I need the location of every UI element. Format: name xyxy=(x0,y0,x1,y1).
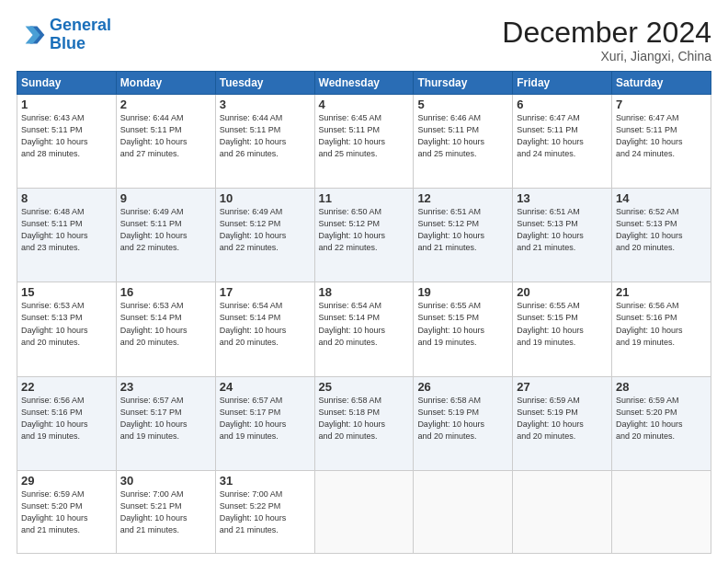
day-info: Sunrise: 6:57 AM Sunset: 5:17 PM Dayligh… xyxy=(120,395,211,442)
calendar-week-row: 1Sunrise: 6:43 AM Sunset: 5:11 PM Daylig… xyxy=(17,95,711,189)
day-number: 11 xyxy=(319,191,410,205)
day-number: 7 xyxy=(616,98,707,111)
day-info: Sunrise: 6:48 AM Sunset: 5:11 PM Dayligh… xyxy=(21,206,112,254)
day-info: Sunrise: 6:56 AM Sunset: 5:16 PM Dayligh… xyxy=(616,300,707,348)
calendar-cell xyxy=(414,470,513,553)
day-number: 22 xyxy=(21,380,112,394)
calendar-cell xyxy=(314,470,414,553)
day-number: 16 xyxy=(120,285,211,299)
day-number: 18 xyxy=(319,285,410,299)
logo-line1: General xyxy=(50,16,111,34)
calendar-cell: 27Sunrise: 6:59 AM Sunset: 5:19 PM Dayli… xyxy=(513,376,612,470)
calendar-cell: 26Sunrise: 6:58 AM Sunset: 5:19 PM Dayli… xyxy=(414,376,513,470)
calendar-cell: 11Sunrise: 6:50 AM Sunset: 5:12 PM Dayli… xyxy=(314,189,414,282)
day-number: 19 xyxy=(417,285,508,299)
calendar-cell: 31Sunrise: 7:00 AM Sunset: 5:22 PM Dayli… xyxy=(215,470,314,553)
day-header-thursday: Thursday xyxy=(414,72,513,95)
day-info: Sunrise: 6:47 AM Sunset: 5:11 PM Dayligh… xyxy=(616,112,707,160)
calendar-cell: 13Sunrise: 6:51 AM Sunset: 5:13 PM Dayli… xyxy=(513,189,612,282)
day-info: Sunrise: 6:44 AM Sunset: 5:11 PM Dayligh… xyxy=(120,112,211,160)
calendar-cell: 25Sunrise: 6:58 AM Sunset: 5:18 PM Dayli… xyxy=(314,376,414,470)
day-info: Sunrise: 6:59 AM Sunset: 5:20 PM Dayligh… xyxy=(21,488,112,536)
day-number: 24 xyxy=(220,380,311,394)
day-info: Sunrise: 6:45 AM Sunset: 5:11 PM Dayligh… xyxy=(319,112,410,160)
day-info: Sunrise: 6:54 AM Sunset: 5:14 PM Dayligh… xyxy=(319,300,410,348)
day-info: Sunrise: 6:51 AM Sunset: 5:12 PM Dayligh… xyxy=(417,206,508,254)
calendar-cell: 29Sunrise: 6:59 AM Sunset: 5:20 PM Dayli… xyxy=(17,470,117,553)
day-header-wednesday: Wednesday xyxy=(314,72,414,95)
day-info: Sunrise: 6:49 AM Sunset: 5:12 PM Dayligh… xyxy=(220,206,311,254)
calendar-cell: 3Sunrise: 6:44 AM Sunset: 5:11 PM Daylig… xyxy=(215,95,314,189)
calendar-cell: 8Sunrise: 6:48 AM Sunset: 5:11 PM Daylig… xyxy=(17,189,117,282)
logo-icon xyxy=(17,20,46,50)
calendar-week-row: 29Sunrise: 6:59 AM Sunset: 5:20 PM Dayli… xyxy=(17,470,711,553)
day-number: 26 xyxy=(417,380,508,394)
day-number: 3 xyxy=(220,98,311,111)
logo-line2: Blue xyxy=(50,34,85,52)
day-info: Sunrise: 7:00 AM Sunset: 5:21 PM Dayligh… xyxy=(120,488,211,536)
day-number: 15 xyxy=(21,285,112,299)
calendar-cell: 21Sunrise: 6:56 AM Sunset: 5:16 PM Dayli… xyxy=(612,282,711,376)
calendar-week-row: 15Sunrise: 6:53 AM Sunset: 5:13 PM Dayli… xyxy=(17,282,711,376)
calendar-cell: 28Sunrise: 6:59 AM Sunset: 5:20 PM Dayli… xyxy=(612,376,711,470)
calendar-cell: 7Sunrise: 6:47 AM Sunset: 5:11 PM Daylig… xyxy=(612,95,711,189)
location: Xuri, Jiangxi, China xyxy=(502,49,711,63)
page: General Blue December 2024 Xuri, Jiangxi… xyxy=(0,0,728,563)
day-number: 10 xyxy=(220,191,311,205)
calendar-cell: 20Sunrise: 6:55 AM Sunset: 5:15 PM Dayli… xyxy=(513,282,612,376)
calendar-cell: 15Sunrise: 6:53 AM Sunset: 5:13 PM Dayli… xyxy=(17,282,117,376)
day-info: Sunrise: 6:54 AM Sunset: 5:14 PM Dayligh… xyxy=(220,300,311,348)
day-info: Sunrise: 6:50 AM Sunset: 5:12 PM Dayligh… xyxy=(319,206,410,254)
day-info: Sunrise: 6:44 AM Sunset: 5:11 PM Dayligh… xyxy=(220,112,311,160)
day-header-sunday: Sunday xyxy=(17,72,117,95)
calendar-cell: 24Sunrise: 6:57 AM Sunset: 5:17 PM Dayli… xyxy=(215,376,314,470)
header: General Blue December 2024 Xuri, Jiangxi… xyxy=(17,17,711,63)
day-number: 13 xyxy=(517,191,608,205)
day-header-tuesday: Tuesday xyxy=(215,72,314,95)
calendar-cell: 18Sunrise: 6:54 AM Sunset: 5:14 PM Dayli… xyxy=(314,282,414,376)
day-info: Sunrise: 6:56 AM Sunset: 5:16 PM Dayligh… xyxy=(21,395,112,442)
day-info: Sunrise: 6:52 AM Sunset: 5:13 PM Dayligh… xyxy=(616,206,707,254)
day-info: Sunrise: 6:55 AM Sunset: 5:15 PM Dayligh… xyxy=(517,300,608,348)
day-number: 28 xyxy=(616,380,707,394)
day-info: Sunrise: 6:47 AM Sunset: 5:11 PM Dayligh… xyxy=(517,112,608,160)
calendar-cell: 4Sunrise: 6:45 AM Sunset: 5:11 PM Daylig… xyxy=(314,95,414,189)
calendar-cell: 16Sunrise: 6:53 AM Sunset: 5:14 PM Dayli… xyxy=(116,282,215,376)
calendar-week-row: 8Sunrise: 6:48 AM Sunset: 5:11 PM Daylig… xyxy=(17,189,711,282)
day-number: 12 xyxy=(417,191,508,205)
day-number: 27 xyxy=(517,380,608,394)
day-info: Sunrise: 6:53 AM Sunset: 5:14 PM Dayligh… xyxy=(120,300,211,348)
day-info: Sunrise: 6:59 AM Sunset: 5:19 PM Dayligh… xyxy=(517,395,608,442)
day-number: 14 xyxy=(616,191,707,205)
day-header-saturday: Saturday xyxy=(612,72,711,95)
day-info: Sunrise: 6:46 AM Sunset: 5:11 PM Dayligh… xyxy=(417,112,508,160)
day-number: 17 xyxy=(220,285,311,299)
day-number: 29 xyxy=(21,474,112,488)
day-number: 2 xyxy=(120,98,211,111)
day-info: Sunrise: 6:51 AM Sunset: 5:13 PM Dayligh… xyxy=(517,206,608,254)
day-number: 5 xyxy=(417,98,508,111)
day-info: Sunrise: 6:58 AM Sunset: 5:18 PM Dayligh… xyxy=(319,395,410,442)
month-title: December 2024 xyxy=(502,17,711,49)
calendar-cell: 9Sunrise: 6:49 AM Sunset: 5:11 PM Daylig… xyxy=(116,189,215,282)
day-info: Sunrise: 6:58 AM Sunset: 5:19 PM Dayligh… xyxy=(417,395,508,442)
calendar-cell xyxy=(612,470,711,553)
calendar-cell: 19Sunrise: 6:55 AM Sunset: 5:15 PM Dayli… xyxy=(414,282,513,376)
calendar-cell: 12Sunrise: 6:51 AM Sunset: 5:12 PM Dayli… xyxy=(414,189,513,282)
calendar-week-row: 22Sunrise: 6:56 AM Sunset: 5:16 PM Dayli… xyxy=(17,376,711,470)
calendar-cell: 6Sunrise: 6:47 AM Sunset: 5:11 PM Daylig… xyxy=(513,95,612,189)
day-info: Sunrise: 6:43 AM Sunset: 5:11 PM Dayligh… xyxy=(21,112,112,160)
calendar-cell: 23Sunrise: 6:57 AM Sunset: 5:17 PM Dayli… xyxy=(116,376,215,470)
title-block: December 2024 Xuri, Jiangxi, China xyxy=(502,17,711,63)
calendar-cell: 5Sunrise: 6:46 AM Sunset: 5:11 PM Daylig… xyxy=(414,95,513,189)
calendar-cell: 10Sunrise: 6:49 AM Sunset: 5:12 PM Dayli… xyxy=(215,189,314,282)
day-info: Sunrise: 6:53 AM Sunset: 5:13 PM Dayligh… xyxy=(21,300,112,348)
day-number: 30 xyxy=(120,474,211,488)
calendar-cell xyxy=(513,470,612,553)
day-number: 1 xyxy=(21,98,112,111)
day-number: 31 xyxy=(220,474,311,488)
day-number: 25 xyxy=(319,380,410,394)
calendar-cell: 2Sunrise: 6:44 AM Sunset: 5:11 PM Daylig… xyxy=(116,95,215,189)
calendar-table: SundayMondayTuesdayWednesdayThursdayFrid… xyxy=(17,71,711,554)
day-number: 21 xyxy=(616,285,707,299)
